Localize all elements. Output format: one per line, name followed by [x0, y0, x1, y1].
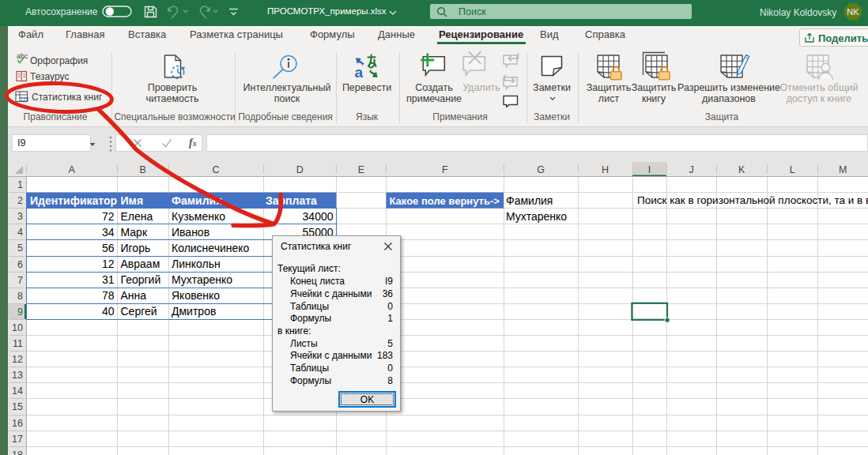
svg-text:C: C [212, 164, 219, 175]
svg-text:F: F [442, 164, 448, 175]
svg-text:I: I [648, 164, 651, 175]
svg-text:72: 72 [102, 210, 115, 223]
svg-text:6: 6 [17, 259, 23, 270]
svg-text:J: J [689, 164, 694, 175]
svg-text:8: 8 [17, 291, 23, 302]
svg-text:123: 123 [21, 96, 28, 102]
svg-text:18: 18 [12, 449, 23, 455]
svg-text:Яковенко: Яковенко [172, 289, 220, 302]
svg-text:Фамилия: Фамилия [506, 194, 553, 207]
svg-text:K: K [738, 164, 745, 175]
svg-text:16: 16 [12, 418, 23, 429]
svg-text:31: 31 [102, 273, 115, 286]
svg-text:11: 11 [13, 338, 23, 349]
svg-text:34000: 34000 [303, 210, 334, 223]
svg-text:2: 2 [17, 195, 23, 206]
svg-text:Кузьменко: Кузьменко [172, 210, 225, 223]
svg-text:Зарплата: Зарплата [266, 194, 317, 207]
svg-text:5: 5 [17, 243, 23, 254]
svg-text:40: 40 [102, 305, 115, 318]
svg-text:Елена: Елена [121, 210, 153, 223]
svg-text:78: 78 [102, 289, 115, 302]
svg-text:14: 14 [12, 385, 23, 397]
svg-text:12: 12 [12, 354, 23, 365]
svg-text:H: H [602, 164, 609, 175]
svg-text:3: 3 [17, 211, 23, 222]
svg-text:10: 10 [12, 322, 23, 333]
svg-text:Марк: Марк [121, 226, 148, 239]
svg-text:Идентификатор: Идентификатор [30, 194, 117, 207]
svg-text:Мухтаренко: Мухтаренко [172, 273, 232, 286]
svg-text:Георгий: Георгий [121, 273, 161, 286]
svg-text:Анна: Анна [121, 289, 147, 302]
svg-text:Поиск как в горизонтальной пло: Поиск как в горизонтальной плоскости, та… [637, 194, 868, 206]
svg-text:17: 17 [12, 434, 23, 445]
svg-text:Иванов: Иванов [172, 226, 209, 239]
svg-text:15: 15 [12, 401, 23, 412]
svg-text:Фамилия: Фамилия [172, 194, 222, 207]
svg-text:Мухтаренко: Мухтаренко [506, 210, 567, 223]
svg-text:E: E [358, 164, 364, 175]
svg-text:B: B [140, 164, 146, 175]
svg-text:G: G [537, 164, 545, 175]
svg-text:Дмитров: Дмитров [172, 305, 216, 318]
svg-text:M: M [839, 164, 847, 175]
svg-text:Игорь: Игорь [121, 242, 151, 254]
svg-text:Какое поле вернуть->: Какое поле вернуть-> [390, 195, 500, 207]
svg-text:a: a [355, 64, 364, 79]
svg-text:Колиснечинеко: Колиснечинеко [172, 242, 250, 254]
svg-text:34: 34 [102, 226, 115, 239]
svg-text:L: L [790, 164, 795, 175]
svg-text:56: 56 [102, 242, 115, 254]
svg-text:1: 1 [17, 179, 23, 190]
svg-text:12: 12 [102, 258, 115, 270]
svg-text:Сергей: Сергей [121, 305, 157, 318]
svg-text:Имя: Имя [121, 194, 144, 207]
svg-text:Линкольн: Линкольн [172, 258, 221, 270]
svg-text:D: D [296, 164, 304, 175]
svg-text:4: 4 [17, 227, 23, 238]
svg-text:9: 9 [17, 306, 23, 318]
svg-text:13: 13 [12, 370, 23, 381]
svg-text:Авраам: Авраам [121, 258, 160, 270]
svg-text:A: A [69, 164, 76, 175]
svg-text:7: 7 [17, 275, 23, 286]
